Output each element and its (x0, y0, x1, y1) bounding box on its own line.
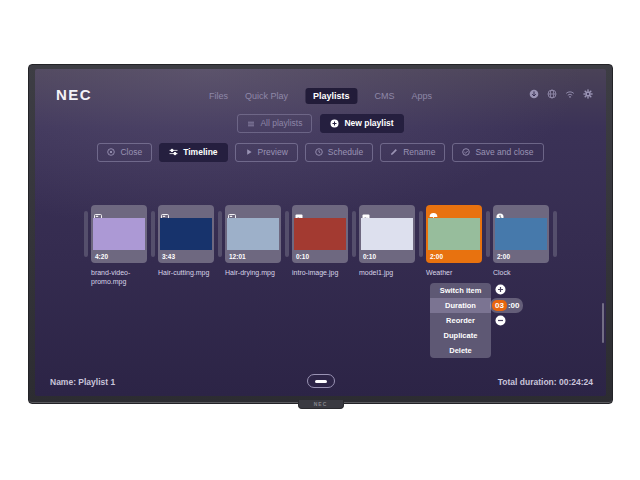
pencil-icon (390, 148, 398, 156)
drag-handle[interactable] (486, 211, 490, 257)
nav-tab-files[interactable]: Files (209, 88, 228, 104)
rename-button[interactable]: Rename (380, 143, 445, 162)
timeline-item-card: 2:00 (493, 205, 549, 263)
schedule-button[interactable]: Schedule (305, 143, 373, 162)
item-name: Hair-drying.mpg (225, 268, 291, 277)
screen: NEC Files Quick Play Playlists CMS Apps (35, 69, 606, 396)
all-playlists-button[interactable]: All playlists (237, 114, 312, 133)
thumbnail (428, 218, 480, 250)
drag-handle[interactable] (285, 211, 289, 257)
thumbnail (227, 218, 279, 250)
scrollbar-thumb[interactable] (602, 303, 604, 343)
close-circle-icon (107, 148, 115, 156)
hamburger-icon (247, 120, 255, 128)
timeline-item-7[interactable]: 2:00 Clock (493, 205, 549, 277)
timeline-item-3[interactable]: 12:01 Hair-drying.mpg (225, 205, 281, 277)
thumbnail (160, 218, 212, 250)
drag-handle[interactable] (151, 211, 155, 257)
item-name: intro-image.jpg (292, 268, 358, 277)
timeline-item-5[interactable]: 0:10 model1.jpg (359, 205, 415, 277)
timeline-item-6-selected[interactable]: 2:00 Weather (426, 205, 482, 277)
item-name: Hair-cutting.mpg (158, 268, 224, 277)
duration-selected-segment: 03 (492, 300, 507, 311)
item-duration: 0:10 (359, 250, 415, 263)
timeline-item-card: 3:43 (158, 205, 214, 263)
new-playlist-button[interactable]: New playlist (320, 114, 403, 133)
plus-circle-icon (330, 119, 339, 128)
item-context-menu: Switch item Duration Reorder Duplicate D… (430, 283, 491, 358)
menu-item-delete[interactable]: Delete (430, 343, 491, 358)
bezel-logo: NEC (298, 400, 344, 409)
collapse-keyboard-button[interactable] (307, 374, 335, 388)
item-duration: 12:01 (225, 250, 281, 263)
monitor-bezel: NEC Files Quick Play Playlists CMS Apps (28, 64, 613, 404)
sliders-icon (169, 148, 178, 156)
main-nav: Files Quick Play Playlists CMS Apps (209, 88, 432, 104)
decrement-icon[interactable] (495, 315, 506, 326)
increment-icon[interactable] (495, 284, 506, 295)
schedule-label: Schedule (328, 148, 363, 157)
timeline-item-card: 0:10 (292, 205, 348, 263)
settings-icon[interactable] (583, 89, 593, 99)
nec-logo: NEC (56, 86, 92, 103)
menu-item-reorder[interactable]: Reorder (430, 313, 491, 328)
update-icon[interactable] (529, 89, 539, 99)
save-and-close-label: Save and close (475, 148, 533, 157)
item-name: model1.jpg (359, 268, 425, 277)
item-duration: 3:43 (158, 250, 214, 263)
timeline-label: Timeline (183, 148, 217, 157)
nav-tab-cms[interactable]: CMS (375, 88, 395, 104)
nav-tab-apps[interactable]: Apps (412, 88, 433, 104)
timeline-item-1[interactable]: 4:20 brand-video-promo.mpg (91, 205, 147, 287)
item-duration: 2:00 (493, 250, 549, 263)
preview-button[interactable]: Preview (235, 143, 298, 162)
duration-value-field[interactable]: 03 :00 (490, 298, 523, 313)
wifi-icon[interactable] (565, 89, 575, 99)
thumbnail (361, 218, 413, 250)
drag-handle[interactable] (419, 211, 423, 257)
timeline-item-4[interactable]: 0:10 intro-image.jpg (292, 205, 348, 277)
item-duration: 0:10 (292, 250, 348, 263)
playlist-name-label: Name: Playlist 1 (50, 377, 115, 387)
menu-item-duration[interactable]: Duration (430, 298, 491, 313)
item-name: brand-video-promo.mpg (91, 268, 157, 287)
check-circle-icon (462, 148, 470, 156)
preview-label: Preview (258, 148, 288, 157)
minimize-bar-icon (315, 380, 327, 383)
drag-handle[interactable] (553, 211, 557, 257)
clock-icon (315, 148, 323, 156)
item-duration: 2:00 (426, 250, 482, 263)
timeline-item-card: 4:20 (91, 205, 147, 263)
drag-handle[interactable] (218, 211, 222, 257)
thumbnail (294, 218, 346, 250)
all-playlists-label: All playlists (260, 119, 302, 128)
timeline-item-card-selected: 2:00 (426, 205, 482, 263)
timeline-item-card: 0:10 (359, 205, 415, 263)
play-icon (245, 148, 253, 156)
menu-item-duplicate[interactable]: Duplicate (430, 328, 491, 343)
new-playlist-label: New playlist (344, 119, 393, 128)
menu-item-switch-item[interactable]: Switch item (430, 283, 491, 298)
item-name: Weather (426, 268, 492, 277)
globe-icon[interactable] (547, 89, 557, 99)
item-duration: 4:20 (91, 250, 147, 263)
timeline-item-2[interactable]: 3:43 Hair-cutting.mpg (158, 205, 214, 277)
rename-label: Rename (403, 148, 435, 157)
timeline-button[interactable]: Timeline (159, 143, 227, 162)
status-icons (529, 89, 593, 99)
save-and-close-button[interactable]: Save and close (452, 143, 543, 162)
drag-handle[interactable] (352, 211, 356, 257)
item-name: Clock (493, 268, 559, 277)
thumbnail (495, 218, 547, 250)
total-duration-label: Total duration: 00:24:24 (498, 377, 593, 387)
close-label: Close (120, 148, 142, 157)
thumbnail (93, 218, 145, 250)
timeline-strip: 4:20 brand-video-promo.mpg 3:43 Hair-cut… (84, 205, 560, 287)
close-button[interactable]: Close (97, 143, 152, 162)
nav-tab-quick-play[interactable]: Quick Play (245, 88, 288, 104)
drag-handle[interactable] (84, 211, 88, 257)
nav-tab-playlists[interactable]: Playlists (305, 88, 358, 104)
timeline-item-card: 12:01 (225, 205, 281, 263)
duration-rest-segment: :00 (508, 301, 520, 310)
